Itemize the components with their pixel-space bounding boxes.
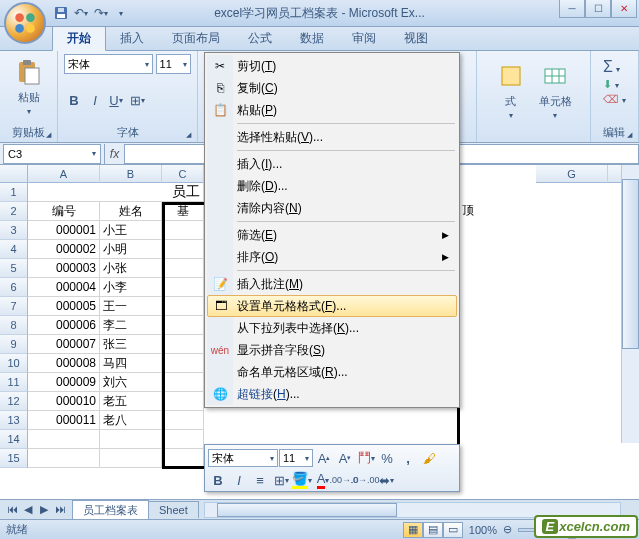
cell[interactable]: [162, 354, 204, 373]
menu-paste[interactable]: 📋粘贴(P): [207, 99, 457, 121]
cell[interactable]: 000004: [28, 278, 100, 297]
cell[interactable]: 基: [162, 202, 204, 221]
cell[interactable]: [100, 449, 162, 468]
close-button[interactable]: ✕: [611, 0, 637, 18]
cell[interactable]: 小王: [100, 221, 162, 240]
zoom-level[interactable]: 100%: [469, 524, 497, 536]
sheet-nav-prev[interactable]: ◀: [20, 503, 36, 516]
cell[interactable]: 张三: [100, 335, 162, 354]
office-button[interactable]: [4, 2, 46, 44]
qat-customize-icon[interactable]: ▾: [112, 4, 130, 22]
tab-home[interactable]: 开始: [52, 25, 106, 51]
fill-button[interactable]: ⬇ ▾: [603, 78, 626, 91]
mini-font-size[interactable]: 11▾: [279, 449, 313, 467]
menu-name-range[interactable]: 命名单元格区域(R)...: [207, 361, 457, 383]
bold-button[interactable]: B: [64, 90, 84, 110]
mini-border-button[interactable]: ⊞▾: [271, 470, 291, 490]
menu-filter[interactable]: 筛选(E)▶: [207, 224, 457, 246]
mini-grow-font-icon[interactable]: A▴: [314, 448, 334, 468]
tab-formulas[interactable]: 公式: [234, 26, 286, 50]
view-page-break-icon[interactable]: ▭: [443, 522, 463, 538]
sheet-tab-active[interactable]: 员工档案表: [72, 500, 149, 520]
cell[interactable]: 编号: [28, 202, 100, 221]
mini-center-icon[interactable]: ≡: [250, 470, 270, 490]
row-header[interactable]: 9: [0, 335, 28, 354]
view-normal-icon[interactable]: ▦: [403, 522, 423, 538]
row-header[interactable]: 11: [0, 373, 28, 392]
sheet-tab-other[interactable]: Sheet: [148, 501, 199, 518]
mini-decrease-decimal-icon[interactable]: .0→.00: [355, 470, 375, 490]
cell[interactable]: [162, 392, 204, 411]
cell[interactable]: 000006: [28, 316, 100, 335]
cell[interactable]: 000003: [28, 259, 100, 278]
mini-fill-color-button[interactable]: 🪣▾: [292, 470, 312, 490]
menu-hyperlink[interactable]: 🌐超链接(H)...: [207, 383, 457, 405]
clear-button[interactable]: ⌫ ▾: [603, 93, 626, 106]
cell[interactable]: 000005: [28, 297, 100, 316]
cell[interactable]: [162, 278, 204, 297]
tab-data[interactable]: 数据: [286, 26, 338, 50]
mini-merge-icon[interactable]: ⬌▾: [376, 470, 396, 490]
styles-button[interactable]: 式▾: [491, 58, 531, 122]
cell[interactable]: [162, 297, 204, 316]
mini-percent-icon[interactable]: %: [377, 448, 397, 468]
sheet-nav-first[interactable]: ⏮: [4, 503, 20, 516]
cell[interactable]: [162, 221, 204, 240]
select-all-corner[interactable]: [0, 165, 28, 183]
cell[interactable]: [162, 240, 204, 259]
cell[interactable]: [162, 316, 204, 335]
column-header[interactable]: B: [100, 165, 162, 183]
cell[interactable]: [162, 373, 204, 392]
mini-font-name[interactable]: 宋体▾: [208, 449, 278, 467]
cell[interactable]: 小张: [100, 259, 162, 278]
tab-review[interactable]: 审阅: [338, 26, 390, 50]
font-size-selector[interactable]: 11▾: [156, 54, 191, 74]
vertical-scrollbar[interactable]: [621, 165, 639, 443]
menu-paste-special[interactable]: 选择性粘贴(V)...: [207, 126, 457, 148]
row-header[interactable]: 3: [0, 221, 28, 240]
row-header[interactable]: 7: [0, 297, 28, 316]
menu-copy[interactable]: ⎘复制(C): [207, 77, 457, 99]
mini-shrink-font-icon[interactable]: A▾: [335, 448, 355, 468]
row-header[interactable]: 13: [0, 411, 28, 430]
cell[interactable]: 小明: [100, 240, 162, 259]
tab-insert[interactable]: 插入: [106, 26, 158, 50]
autosum-button[interactable]: Σ ▾: [603, 58, 626, 76]
row-header[interactable]: 5: [0, 259, 28, 278]
sheet-nav-last[interactable]: ⏭: [52, 503, 68, 516]
cell[interactable]: 马四: [100, 354, 162, 373]
cell[interactable]: [162, 449, 204, 468]
row-header[interactable]: 6: [0, 278, 28, 297]
menu-delete[interactable]: 删除(D)...: [207, 175, 457, 197]
cells-button[interactable]: 单元格▾: [535, 58, 576, 122]
cell[interactable]: 李二: [100, 316, 162, 335]
cell[interactable]: [162, 259, 204, 278]
minimize-button[interactable]: ─: [559, 0, 585, 18]
row-header[interactable]: 12: [0, 392, 28, 411]
cell[interactable]: 000007: [28, 335, 100, 354]
italic-button[interactable]: I: [85, 90, 105, 110]
title-cell[interactable]: 员工: [28, 183, 204, 202]
cell[interactable]: 顶: [462, 202, 474, 219]
fx-button[interactable]: fx: [104, 144, 124, 164]
row-header[interactable]: 8: [0, 316, 28, 335]
cell[interactable]: 老五: [100, 392, 162, 411]
border-button[interactable]: ⊞▾: [127, 90, 147, 110]
tab-view[interactable]: 视图: [390, 26, 442, 50]
cell[interactable]: [100, 430, 162, 449]
cell[interactable]: 000009: [28, 373, 100, 392]
menu-cut[interactable]: ✂剪切(T): [207, 55, 457, 77]
cell[interactable]: 000010: [28, 392, 100, 411]
menu-sort[interactable]: 排序(O)▶: [207, 246, 457, 268]
mini-italic-button[interactable]: I: [229, 470, 249, 490]
redo-icon[interactable]: ↷▾: [92, 4, 110, 22]
mini-accounting-icon[interactable]: 鬥▾: [356, 448, 376, 468]
mini-comma-icon[interactable]: ,: [398, 448, 418, 468]
column-header[interactable]: C: [162, 165, 204, 183]
cell[interactable]: 老八: [100, 411, 162, 430]
menu-insert[interactable]: 插入(I)...: [207, 153, 457, 175]
cell[interactable]: 小李: [100, 278, 162, 297]
row-header[interactable]: 4: [0, 240, 28, 259]
undo-icon[interactable]: ↶▾: [72, 4, 90, 22]
cell[interactable]: [162, 335, 204, 354]
